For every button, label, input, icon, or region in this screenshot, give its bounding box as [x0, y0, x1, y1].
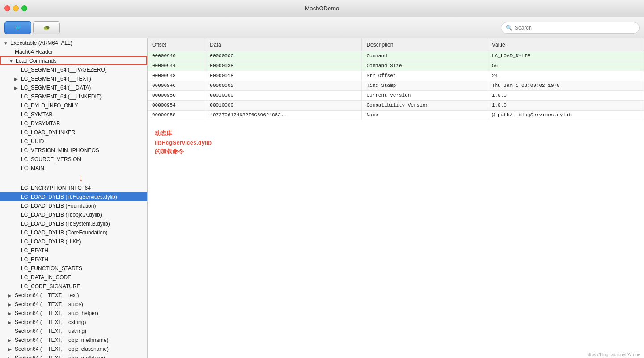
sidebar-item-lc_dysymtab[interactable]: LC_DYSYMTAB: [0, 119, 147, 128]
cell-data: 00010000: [205, 90, 362, 100]
sidebar-item-lc_segment_linkedit[interactable]: LC_SEGMENT_64 (__LINKEDIT): [0, 92, 147, 101]
sidebar-item-executable[interactable]: ▼Executable (ARM64_ALL): [0, 38, 147, 47]
sidebar-item-section64_text_objc_methname[interactable]: ▶Section64 (__TEXT,__objc_methname): [0, 336, 147, 345]
sidebar: ▼Executable (ARM64_ALL)Mach64 Header▼Loa…: [0, 38, 148, 358]
tree-toggle[interactable]: ▶: [8, 311, 13, 316]
tree-label: LC_MAIN: [21, 165, 44, 171]
sidebar-item-section64_text_stub_helper[interactable]: ▶Section64 (__TEXT,__stub_helper): [0, 309, 147, 318]
toolbar-button-2[interactable]: 🐢: [33, 21, 60, 34]
sidebar-item-lc_rpath2[interactable]: LC_RPATH: [0, 255, 147, 264]
sidebar-item-section64_text_objc_methtype[interactable]: ▶Section64 (__TEXT,__objc_methtype): [0, 354, 147, 358]
sidebar-item-lc_data_in_code[interactable]: LC_DATA_IN_CODE: [0, 273, 147, 282]
sidebar-item-lc_rpath1[interactable]: LC_RPATH: [0, 246, 147, 255]
sidebar-item-lc_code_signature[interactable]: LC_CODE_SIGNATURE: [0, 282, 147, 291]
tree-label: Section64 (__TEXT,__objc_methtype): [15, 355, 105, 358]
arrow-down-icon: ↓: [0, 173, 147, 183]
table-row[interactable]: 0000095000010000Current Version1.0.0: [148, 90, 644, 100]
cell-value: LC_LOAD_DYLIB: [487, 51, 644, 61]
sidebar-item-lc_load_dylib_uikit[interactable]: LC_LOAD_DYLIB (UIKit): [0, 237, 147, 246]
window-controls[interactable]: [4, 5, 27, 11]
search-box[interactable]: 🔍: [501, 22, 640, 34]
cell-data: 00000002: [205, 81, 362, 90]
sidebar-item-lc_load_dylib_foundation[interactable]: LC_LOAD_DYLIB (Foundation): [0, 201, 147, 210]
sidebar-item-mach64header[interactable]: Mach64 Header: [0, 47, 147, 56]
tree-toggle[interactable]: ▼: [9, 59, 14, 64]
tree-label: LC_LOAD_DYLIB (libobjc.A.dylib): [21, 212, 102, 218]
sidebar-item-section64_text_objc_classname[interactable]: ▶Section64 (__TEXT,__objc_classname): [0, 345, 147, 354]
table-row[interactable]: 0000094800000018Str Offset24: [148, 71, 644, 81]
annotation-box: 动态库 libHcgServices.dylib 的加载命令: [148, 120, 644, 165]
tree-label: Section64 (__TEXT,__ustring): [15, 328, 86, 334]
tree-label: Section64 (__TEXT,__stubs): [15, 301, 83, 307]
tree-toggle[interactable]: ▶: [8, 338, 13, 343]
tree-label: LC_UUID: [21, 138, 44, 145]
sidebar-item-lc_encryption[interactable]: LC_ENCRYPTION_INFO_64: [0, 183, 147, 192]
tree-toggle[interactable]: ▶: [8, 356, 13, 358]
tree-toggle[interactable]: ▶: [8, 293, 13, 298]
tree-toggle[interactable]: ▶: [14, 85, 20, 90]
cell-description: Name: [362, 110, 487, 120]
tree-toggle[interactable]: ▼: [4, 41, 9, 46]
minimize-button[interactable]: [13, 5, 19, 11]
sidebar-item-lc_load_dylib_libobjc[interactable]: LC_LOAD_DYLIB (libobjc.A.dylib): [0, 210, 147, 219]
tree-toggle[interactable]: ▶: [8, 320, 13, 325]
sidebar-item-lc_version_min[interactable]: LC_VERSION_MIN_IPHONEOS: [0, 146, 147, 155]
col-offset: Offset: [148, 38, 205, 51]
sidebar-item-lc_function_starts[interactable]: LC_FUNCTION_STARTS: [0, 264, 147, 273]
sidebar-item-lc_dyld_info[interactable]: LC_DYLD_INFO_ONLY: [0, 101, 147, 110]
cell-value: 56: [487, 61, 644, 71]
table-row[interactable]: 0000095400010000Compatibility Version1.0…: [148, 100, 644, 110]
table-row[interactable]: 0000094400000038Command Size56: [148, 61, 644, 71]
sidebar-item-lc_load_dylinker[interactable]: LC_LOAD_DYLINKER: [0, 128, 147, 137]
tree-label: LC_LOAD_DYLIB (UIKit): [21, 239, 80, 245]
cell-offset: 00000950: [148, 90, 205, 100]
cell-value: 1.0.0: [487, 100, 644, 110]
tree-label: Section64 (__TEXT,__objc_classname): [15, 346, 109, 352]
sidebar-item-lc_segment_pagezero[interactable]: LC_SEGMENT_64 (__PAGEZERO): [0, 65, 147, 74]
tree-toggle[interactable]: ▶: [8, 347, 13, 352]
sidebar-item-loadcommands[interactable]: ▼Load Commands: [0, 56, 147, 65]
cell-value: Thu Jan 1 08:00:02 1970: [487, 81, 644, 90]
tree-toggle[interactable]: ▶: [14, 77, 20, 81]
tree-label: LC_RPATH: [21, 247, 48, 254]
sidebar-item-section64_text_cstring[interactable]: ▶Section64 (__TEXT,__cstring): [0, 318, 147, 327]
table-row[interactable]: 000009400000000CCommandLC_LOAD_DYLIB: [148, 51, 644, 61]
sidebar-item-section64_text_text[interactable]: ▶Section64 (__TEXT,__text): [0, 291, 147, 300]
cell-description: Command: [362, 51, 487, 61]
sidebar-item-section64_text_stubs[interactable]: ▶Section64 (__TEXT,__stubs): [0, 300, 147, 309]
toolbar-button-1[interactable]: 🐦: [4, 21, 31, 34]
sidebar-item-lc_source_version[interactable]: LC_SOURCE_VERSION: [0, 155, 147, 164]
tree-label: Section64 (__TEXT,__objc_methname): [15, 337, 108, 343]
tree-toggle[interactable]: ▶: [8, 302, 13, 307]
tree-label: LC_LOAD_DYLIB (libSystem.B.dylib): [21, 221, 110, 227]
tree-label: LC_ENCRYPTION_INFO_64: [21, 185, 91, 191]
table-row[interactable]: 0000094C00000002Time StampThu Jan 1 08:0…: [148, 81, 644, 90]
sidebar-item-lc_load_dylib_libsystem[interactable]: LC_LOAD_DYLIB (libSystem.B.dylib): [0, 219, 147, 228]
maximize-button[interactable]: [21, 5, 27, 11]
sidebar-item-lc_uuid[interactable]: LC_UUID: [0, 137, 147, 146]
table-row[interactable]: 000009584072706174682F6C69624863...Name@…: [148, 110, 644, 120]
sidebar-item-section64_text_ustring[interactable]: Section64 (__TEXT,__ustring): [0, 327, 147, 336]
window-title: MachODemo: [305, 5, 339, 12]
tree-label: LC_LOAD_DYLIB (Foundation): [21, 203, 96, 209]
cell-data: 00000038: [205, 61, 362, 71]
search-input[interactable]: [515, 25, 635, 31]
cell-description: Time Stamp: [362, 81, 487, 90]
sidebar-item-lc_symtab[interactable]: LC_SYMTAB: [0, 110, 147, 119]
sidebar-item-lc_load_dylib_corefoundation[interactable]: LC_LOAD_DYLIB (CoreFoundation): [0, 228, 147, 237]
sidebar-item-lc_load_dylib_hcg[interactable]: LC_LOAD_DYLIB (libHcgServices.dylib): [0, 192, 147, 201]
cell-value: 24: [487, 71, 644, 81]
tree-label: LC_SEGMENT_64 (__LINKEDIT): [21, 94, 102, 100]
tree-label: LC_DYSYMTAB: [21, 120, 60, 127]
annotation-subtitle: libHcgServices.dylib: [155, 139, 637, 146]
cell-offset: 0000094C: [148, 81, 205, 90]
sidebar-item-lc_segment_text[interactable]: ▶LC_SEGMENT_64 (__TEXT): [0, 74, 147, 83]
sidebar-item-lc_segment_data[interactable]: ▶LC_SEGMENT_64 (__DATA): [0, 83, 147, 92]
close-button[interactable]: [4, 5, 10, 11]
tree-label: LC_RPATH: [21, 256, 48, 263]
tree-label: LC_SOURCE_VERSION: [21, 156, 81, 162]
tree-label: Mach64 Header: [15, 49, 53, 55]
tree-label: LC_VERSION_MIN_IPHONEOS: [21, 147, 99, 153]
sidebar-item-lc_main[interactable]: LC_MAIN: [0, 164, 147, 173]
tree-label: Executable (ARM64_ALL): [10, 40, 72, 46]
